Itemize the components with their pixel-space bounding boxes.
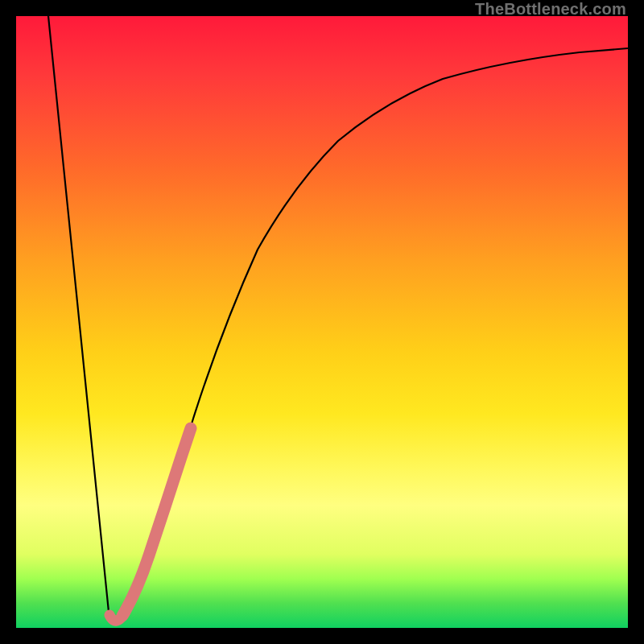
bottleneck-curve-svg — [16, 16, 628, 628]
highlight-segment — [122, 428, 191, 616]
plot-area — [16, 16, 628, 628]
highlight-tip — [109, 615, 121, 621]
bottleneck-curve — [48, 16, 628, 622]
watermark-text: TheBottleneck.com — [475, 0, 626, 19]
chart-frame: TheBottleneck.com — [0, 0, 644, 644]
